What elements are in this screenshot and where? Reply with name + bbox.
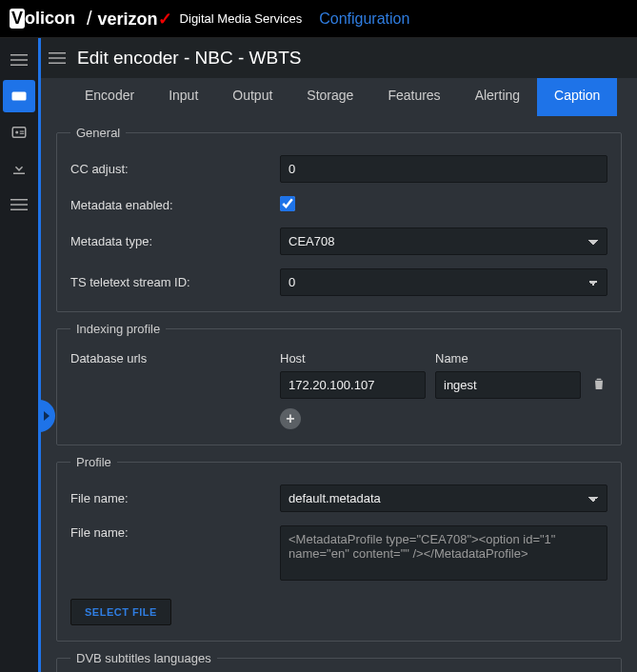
svg-rect-10 (10, 204, 28, 206)
metadata-type-select[interactable]: CEA708 (280, 227, 607, 255)
svg-rect-9 (10, 199, 28, 201)
tab-output[interactable]: Output (215, 78, 289, 116)
cc-adjust-input[interactable] (280, 155, 607, 183)
name-header: Name (435, 351, 581, 366)
tab-caption[interactable]: Caption (537, 78, 617, 116)
svg-rect-0 (10, 54, 28, 56)
sidebar-item-encoders[interactable] (3, 80, 35, 112)
verizon-logo: verizon✓ (98, 9, 172, 30)
tab-bar: Encoder Input Output Storage Features Al… (41, 78, 637, 116)
metadata-enabled-label: Metadata enabled: (70, 198, 280, 212)
ts-teletext-label: TS teletext stream ID: (70, 275, 280, 289)
profile-fieldset: Profile File name: default.metadata File… (56, 455, 622, 642)
svg-point-5 (15, 131, 18, 134)
main-panel: Edit encoder - NBC - WBTS Encoder Input … (38, 38, 637, 672)
title-bar: Edit encoder - NBC - WBTS (41, 38, 637, 78)
general-fieldset: General CC adjust: Metadata enabled: Met… (56, 126, 622, 312)
svg-rect-11 (10, 209, 28, 211)
svg-rect-12 (49, 52, 66, 54)
general-legend: General (70, 126, 126, 140)
add-url-button[interactable]: + (280, 408, 301, 429)
svg-rect-2 (10, 65, 28, 67)
dvb-legend: DVB subtitles languages (70, 651, 217, 665)
ts-teletext-select[interactable]: 0 (280, 268, 607, 296)
database-urls-label: Database urls (70, 351, 280, 366)
svg-rect-8 (13, 173, 25, 175)
page-title: Edit encoder - NBC - WBTS (77, 48, 301, 69)
volicon-logo: Volicon (10, 9, 75, 29)
metadata-enabled-checkbox[interactable] (280, 196, 295, 211)
svg-rect-14 (49, 63, 66, 65)
file-name-label: File name: (70, 491, 280, 505)
brand-subtitle: Digital Media Services (180, 11, 303, 26)
indexing-fieldset: Indexing profile Database urls Host Name (56, 322, 622, 445)
content-area: General CC adjust: Metadata enabled: Met… (41, 116, 637, 672)
file-content-label: File name: (70, 525, 280, 540)
brand-divider: / (87, 8, 92, 30)
svg-rect-13 (49, 57, 66, 59)
tab-storage[interactable]: Storage (289, 78, 370, 116)
select-file-button[interactable]: SELECT FILE (70, 599, 171, 625)
sidebar-menu-icon[interactable] (3, 44, 35, 76)
host-input[interactable] (280, 371, 426, 399)
indexing-legend: Indexing profile (70, 322, 166, 336)
top-bar: Volicon / verizon✓ Digital Media Service… (0, 0, 637, 38)
tab-input[interactable]: Input (151, 78, 215, 116)
svg-rect-6 (20, 131, 25, 132)
svg-rect-3 (12, 92, 27, 101)
dvb-fieldset: DVB subtitles languages Name StreamID Mi… (56, 651, 622, 672)
section-title: Configuration (319, 10, 409, 28)
left-sidebar (0, 38, 38, 672)
profile-legend: Profile (70, 455, 117, 469)
svg-rect-1 (10, 59, 28, 61)
sidebar-item-list[interactable] (3, 188, 35, 221)
sidebar-item-users[interactable] (3, 116, 35, 148)
file-content-textarea[interactable]: <MetadataProfile type="CEA708"><option i… (280, 525, 607, 581)
file-name-select[interactable]: default.metadata (280, 484, 607, 512)
svg-rect-7 (20, 133, 25, 134)
cc-adjust-label: CC adjust: (70, 162, 280, 176)
sidebar-item-download[interactable] (3, 152, 35, 185)
title-menu-icon[interactable] (41, 42, 73, 74)
tab-alerting[interactable]: Alerting (458, 78, 537, 116)
tab-features[interactable]: Features (370, 78, 457, 116)
svg-rect-4 (12, 128, 26, 138)
tab-encoder[interactable]: Encoder (68, 78, 151, 116)
delete-icon[interactable] (590, 376, 607, 394)
host-header: Host (280, 351, 426, 366)
name-input[interactable] (435, 371, 581, 399)
metadata-type-label: Metadata type: (70, 234, 280, 248)
